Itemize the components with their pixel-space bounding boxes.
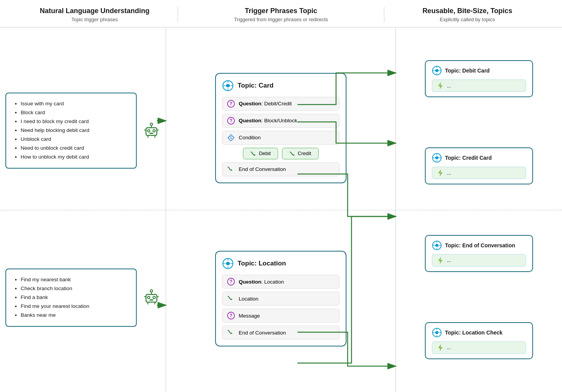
- diagram-container: Natural Language Understanding Topic tri…: [0, 0, 562, 392]
- branch-icon-credit: [289, 150, 295, 157]
- nlu-row-1: Issue with my card Block card I need to …: [5, 93, 161, 169]
- node-end-card: End of Conversation: [222, 162, 340, 176]
- header-title-reuse: Reusable, Bite-Size, Topics: [384, 7, 550, 15]
- condition-branches: Debit Credit: [222, 148, 340, 159]
- reuse-card-debit-header: Topic: Debit Card: [432, 66, 526, 76]
- row-divider: [0, 210, 562, 210]
- svg-rect-3: [149, 133, 153, 134]
- svg-point-45: [436, 244, 438, 246]
- question-icon-2: ?: [227, 117, 235, 125]
- svg-text:?: ?: [229, 101, 232, 106]
- svg-point-5: [150, 123, 153, 125]
- reuse-icon-credit: [432, 153, 442, 163]
- question-icon-loc: ?: [227, 278, 235, 286]
- reuse-card-loccheck-header: Topic: Location Check: [432, 328, 526, 338]
- condition-icon: ⇅: [227, 134, 235, 142]
- svg-point-12: [153, 296, 155, 299]
- topic-card-location-header: Topic: Location: [222, 258, 340, 269]
- node-question-block-unblock: ? Question: Block/Unblock: [222, 114, 340, 128]
- node-question-debit-credit: ? Question: Debit/Credit: [222, 97, 340, 111]
- branch-credit: Credit: [282, 148, 319, 159]
- reuse-end-content: ...: [432, 254, 526, 267]
- header-sub-nlu: Topic trigger phrases: [12, 17, 178, 22]
- topic-card-card: Topic: Card ? Question: Debit/Credit ?: [215, 73, 346, 183]
- svg-point-11: [148, 296, 150, 299]
- svg-marker-29: [231, 169, 233, 171]
- svg-marker-27: [254, 154, 256, 156]
- svg-text:?: ?: [229, 279, 232, 284]
- robot-svg-2: [142, 287, 161, 306]
- header-col-nlu: Natural Language Understanding Topic tri…: [12, 7, 178, 22]
- svg-marker-28: [293, 154, 295, 156]
- branch-icon-debit: [250, 150, 256, 157]
- svg-marker-49: [438, 345, 442, 351]
- svg-point-42: [436, 157, 438, 159]
- nlu-row-2: Find my nearest bank Check branch locati…: [5, 269, 161, 327]
- svg-point-48: [436, 331, 438, 333]
- main-body: Issue with my card Block card I need to …: [0, 27, 562, 392]
- topic-card-location: Topic: Location ? Question: Location: [215, 251, 346, 346]
- node-condition: ⇅ Condition: [222, 131, 340, 145]
- svg-point-31: [227, 262, 229, 265]
- reuse-icon-end: [432, 240, 442, 250]
- svg-point-1: [148, 130, 150, 132]
- svg-point-39: [436, 70, 438, 72]
- header-sub-reuse: Explicitly called by topics: [384, 17, 550, 22]
- svg-point-2: [153, 130, 155, 132]
- robot-svg-1: [142, 121, 161, 139]
- reuse-credit-content: ...: [432, 167, 526, 179]
- end-icon-location: [227, 329, 235, 336]
- question-icon-1: ?: [227, 100, 235, 108]
- lightning-icon-end: [437, 257, 444, 264]
- robot-icon-2: [142, 287, 161, 308]
- header-col-reuse: Reusable, Bite-Size, Topics Explicitly c…: [384, 7, 550, 22]
- question-icon-msg: ?: [227, 312, 235, 319]
- header-title-nlu: Natural Language Understanding: [12, 7, 178, 15]
- svg-marker-37: [231, 333, 233, 334]
- reuse-card-credit-header: Topic: Credit Card: [432, 153, 526, 163]
- reuse-card-debit: Topic: Debit Card ...: [425, 60, 533, 97]
- reuse-loccheck-content: ...: [432, 341, 526, 354]
- topic-icon-card: [222, 80, 234, 91]
- svg-rect-13: [149, 299, 153, 301]
- node-end-location: End of Conversation: [222, 326, 340, 340]
- reuse-card-credit: Topic: Credit Card ...: [425, 147, 533, 184]
- robot-icon-1: [142, 121, 161, 141]
- topic-card-card-header: Topic: Card: [222, 80, 340, 91]
- reuse-debit-content: ...: [432, 79, 526, 92]
- branch-debit: Debit: [243, 148, 278, 159]
- node-question-location: ? Question: Location: [222, 275, 340, 289]
- header-sub-trigger: Triggered from trigger phrases or redire…: [178, 17, 384, 22]
- lightning-icon-credit: [437, 169, 444, 176]
- lightning-icon-loccheck: [437, 344, 444, 351]
- node-location-goto: Location: [222, 292, 340, 306]
- svg-marker-46: [438, 257, 442, 264]
- reuse-icon-loccheck: [432, 328, 442, 338]
- header: Natural Language Understanding Topic tri…: [0, 0, 562, 27]
- topic-card-location-title: Topic: Location: [238, 260, 286, 267]
- svg-point-21: [227, 84, 229, 87]
- reuse-card-credit-title: Topic: Credit Card: [445, 155, 492, 161]
- goto-icon-location: [227, 295, 235, 302]
- nlu-box-location: Find my nearest bank Check branch locati…: [5, 269, 137, 327]
- svg-point-15: [150, 290, 153, 292]
- svg-text:?: ?: [229, 118, 232, 123]
- svg-text:⇅: ⇅: [229, 136, 233, 140]
- reuse-card-loccheck: Topic: Location Check ...: [425, 322, 533, 359]
- reuse-card-loccheck-title: Topic: Location Check: [445, 329, 503, 336]
- svg-marker-43: [438, 170, 442, 176]
- svg-marker-34: [231, 299, 233, 300]
- node-message: ? Message: [222, 309, 340, 323]
- topic-card-card-title: Topic: Card: [238, 82, 273, 90]
- header-title-trigger: Trigger Phrases Topic: [178, 7, 384, 15]
- svg-text:?: ?: [229, 313, 232, 318]
- header-col-trigger: Trigger Phrases Topic Triggered from tri…: [178, 7, 384, 22]
- end-icon-card: [227, 166, 235, 173]
- svg-marker-40: [438, 83, 442, 89]
- reuse-card-end: Topic: End of Conversation ...: [425, 235, 533, 272]
- reuse-card-end-header: Topic: End of Conversation: [432, 240, 526, 250]
- nlu-box-card: Issue with my card Block card I need to …: [5, 93, 137, 169]
- topic-icon-location: [222, 258, 234, 269]
- reuse-card-end-title: Topic: End of Conversation: [445, 242, 515, 248]
- lightning-icon-debit: [437, 82, 444, 89]
